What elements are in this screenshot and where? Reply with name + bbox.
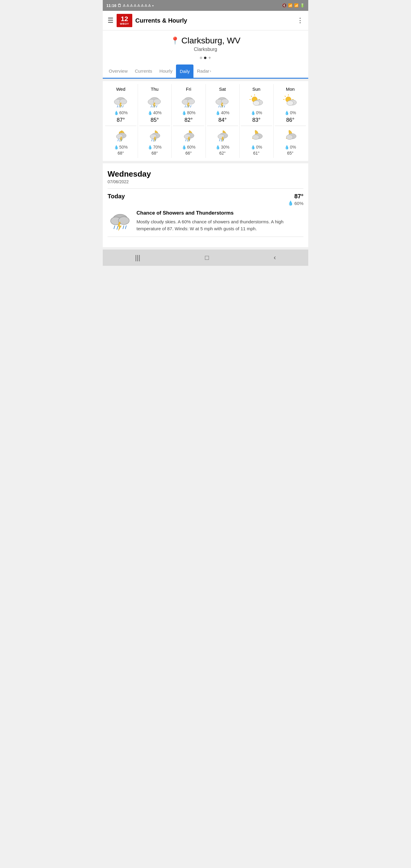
- bottom-nav-menu-button[interactable]: |||: [135, 254, 140, 261]
- low-temp-thu: 68°: [139, 151, 170, 156]
- detail-divider-2: [107, 237, 304, 237]
- today-label: Today: [107, 193, 125, 200]
- low-temp-wed: 68°: [105, 151, 136, 156]
- day-col-fri[interactable]: Fri 💧80% 82°: [172, 84, 206, 158]
- signal-icon: 📶: [294, 3, 298, 7]
- high-temp-fri: 82°: [173, 117, 204, 123]
- day-icon-fri: [181, 94, 196, 107]
- day-col-sun[interactable]: Sun 💧0% 83° �: [240, 84, 274, 158]
- svg-line-25: [152, 139, 152, 141]
- daily-grid: Wed 💧60% 87°: [103, 81, 308, 161]
- night-icon-mon: [282, 128, 298, 141]
- svg-point-37: [184, 134, 191, 139]
- night-icon-fri: [181, 128, 196, 141]
- low-temp-mon: 65°: [275, 151, 306, 156]
- day-col-sat[interactable]: Sat 💧40% 84°: [206, 84, 240, 158]
- svg-line-19: [153, 105, 153, 107]
- day-precip-mon: 💧0%: [275, 110, 306, 115]
- today-condition-svg: [107, 210, 132, 231]
- pin-icon: 📍: [170, 36, 180, 45]
- svg-point-51: [218, 134, 224, 139]
- high-temp-wed: 87°: [105, 117, 136, 123]
- low-temp-sun: 61°: [241, 151, 272, 156]
- svg-line-46: [219, 105, 219, 107]
- day-name-fri: Fri: [173, 87, 204, 92]
- day-col-wed[interactable]: Wed 💧60% 87°: [104, 84, 138, 158]
- svg-point-23: [150, 134, 157, 139]
- daily-grid-container: Wed 💧60% 87°: [103, 81, 308, 161]
- day-icon-sun: [249, 94, 264, 107]
- svg-line-82: [114, 226, 115, 229]
- tab-hourly[interactable]: Hourly: [156, 64, 176, 78]
- night-icon-sat: [215, 128, 230, 141]
- tab-daily[interactable]: Daily: [176, 64, 193, 79]
- detail-date: 07/06/2022: [107, 179, 304, 184]
- svg-line-12: [120, 140, 120, 141]
- status-warnings: ⚠ ⚠ ⚠ ⚠ ⚠ ⚠ ⚠ ⚠: [123, 4, 151, 7]
- svg-line-40: [187, 140, 188, 141]
- low-temp-sat: 62°: [207, 151, 238, 156]
- day-precip-wed: 💧60%: [105, 110, 136, 115]
- logo-number: 12: [121, 16, 128, 22]
- high-temp-mon: 86°: [275, 117, 306, 123]
- svg-line-54: [221, 140, 222, 141]
- bottom-nav-home-button[interactable]: □: [205, 254, 209, 261]
- tab-currents[interactable]: Currents: [131, 64, 156, 78]
- svg-point-64: [253, 101, 260, 105]
- bottom-nav: ||| □ ‹: [103, 250, 308, 266]
- tab-bar: Overview Currents Hourly Daily Radar ›: [103, 64, 308, 79]
- nav-title: Currents & Hourly: [135, 17, 297, 24]
- day-precip-thu: 💧40%: [139, 110, 170, 115]
- svg-line-39: [186, 139, 186, 141]
- night-precip-thu: 💧70%: [139, 145, 170, 150]
- svg-line-53: [219, 139, 220, 141]
- svg-line-5: [119, 105, 120, 107]
- night-icon-sun: [249, 128, 264, 141]
- status-time: 11:16: [106, 3, 116, 8]
- wifi-icon: 📶: [288, 3, 292, 7]
- today-description: Mostly cloudy skies. A 60% chance of sho…: [136, 218, 304, 232]
- dot-sep: •: [152, 3, 154, 8]
- svg-line-7: [123, 105, 123, 107]
- svg-point-77: [286, 135, 293, 140]
- today-row: Today 87° 💧 60%: [107, 193, 304, 206]
- logo-text: WBOY: [120, 22, 129, 25]
- svg-line-33: [187, 105, 187, 107]
- day-icon-thu: [147, 94, 162, 107]
- status-right: 🔇 📶 📶 🔋: [282, 3, 305, 7]
- status-left: 11:16 🗒 ⚠ ⚠ ⚠ ⚠ ⚠ ⚠ ⚠ ⚠ •: [106, 3, 154, 8]
- svg-line-49: [224, 105, 225, 107]
- bottom-nav-back-button[interactable]: ‹: [274, 254, 276, 261]
- battery-icon: 🔋: [300, 3, 305, 7]
- dot-1[interactable]: [200, 57, 202, 59]
- night-precip-sun: 💧0%: [241, 145, 272, 150]
- svg-line-72: [285, 96, 286, 97]
- svg-line-47: [221, 105, 221, 107]
- tab-overview[interactable]: Overview: [105, 64, 131, 78]
- hamburger-button[interactable]: ☰: [107, 17, 114, 24]
- day-col-mon[interactable]: Mon 💧0% 86° 💧0% 65°: [274, 84, 307, 158]
- svg-line-11: [118, 139, 119, 141]
- page-dots: +: [107, 55, 304, 61]
- high-temp-thu: 85°: [139, 117, 170, 123]
- today-weather-icon: [107, 210, 132, 232]
- tab-radar[interactable]: Radar ›: [193, 64, 215, 78]
- svg-point-9: [116, 134, 123, 139]
- high-temp-sat: 84°: [207, 117, 238, 123]
- day-name-sat: Sat: [207, 87, 238, 92]
- location-sub: Clarksburg: [107, 47, 304, 52]
- svg-line-84: [123, 226, 124, 229]
- night-precip-sat: 💧30%: [207, 145, 238, 150]
- svg-line-26: [153, 140, 154, 141]
- today-condition: Chance of Showers and Thunderstorms: [136, 210, 304, 216]
- add-location-button[interactable]: +: [208, 55, 211, 61]
- location-name[interactable]: 📍 Clarksburg, WV: [107, 36, 304, 45]
- more-options-button[interactable]: ⋮: [297, 17, 304, 24]
- detail-day-name: Wednesday: [107, 169, 304, 179]
- dot-2[interactable]: [204, 57, 207, 59]
- day-col-thu[interactable]: Thu 💧40% 85°: [138, 84, 172, 158]
- svg-line-85: [125, 226, 126, 229]
- today-temps: 87° 💧 60%: [288, 193, 304, 206]
- svg-line-83: [117, 226, 118, 229]
- svg-line-61: [251, 96, 252, 97]
